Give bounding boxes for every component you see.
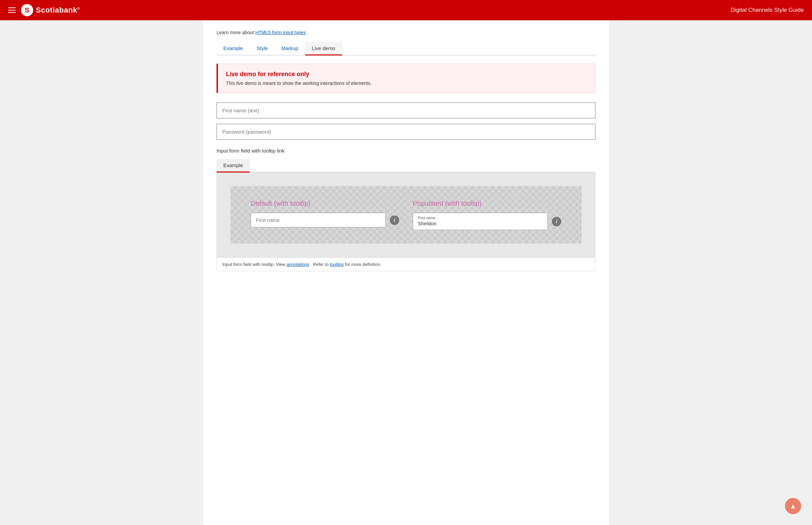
alert-banner: Live demo for reference only This live d…	[216, 64, 596, 93]
password-input[interactable]	[216, 124, 596, 140]
demo-first-name-input[interactable]	[251, 213, 386, 227]
tab-live-demo[interactable]: Live demo	[305, 42, 342, 56]
site-header: S Scotiabank® Digital Channels Style Gui…	[0, 0, 812, 20]
demo-populated-input-wrapper: First name Sheldon i	[413, 213, 561, 230]
menu-button[interactable]	[8, 7, 16, 13]
bottom-tabs: Example	[216, 159, 596, 172]
first-name-input[interactable]	[216, 103, 596, 118]
panel-footer: Input form field with tooltip. View anno…	[216, 257, 596, 271]
content-area: Learn more about HTML5 form input types …	[203, 20, 609, 525]
alert-text: This live demo is meant to show the work…	[226, 80, 587, 86]
demo-area: Default (with tooltip) i Populated (with…	[230, 186, 582, 243]
tab-style[interactable]: Style	[250, 42, 274, 56]
logo: S Scotiabank®	[21, 4, 80, 16]
tooltip-icon-default[interactable]: i	[390, 215, 399, 225]
section-label: Input form field with tooltip link	[216, 148, 596, 153]
demo-col-populated: Populated (with tooltip) First name Shel…	[413, 199, 561, 230]
brand-name: Scotiabank®	[36, 6, 80, 15]
tab-example-2[interactable]: Example	[216, 159, 250, 172]
tab-example[interactable]: Example	[216, 42, 250, 56]
demo-default-input-wrapper: i	[251, 213, 399, 227]
logo-icon: S	[21, 4, 33, 16]
demo-default-label: Default (with tooltip)	[251, 199, 311, 207]
demo-col-default: Default (with tooltip) i	[251, 199, 399, 227]
html5-link[interactable]: HTML5 form input types	[255, 30, 305, 35]
populated-field-value: Sheldon	[418, 221, 543, 226]
alert-title: Live demo for reference only	[226, 71, 587, 78]
demo-populated-field[interactable]: First name Sheldon	[413, 213, 548, 230]
tooltip-icon-populated[interactable]: i	[552, 217, 561, 226]
tab-markup[interactable]: Markup	[275, 42, 305, 56]
back-to-top-button[interactable]: ▲	[785, 498, 801, 514]
header-title: Digital Channels Style Guide	[731, 7, 804, 14]
populated-field-label: First name	[418, 216, 543, 220]
learn-more-text: Learn more about HTML5 form input types …	[216, 30, 596, 35]
demo-populated-label: Populated (with tooltip)	[413, 199, 481, 207]
example-panel: Default (with tooltip) i Populated (with…	[216, 172, 596, 257]
tooltips-link[interactable]: tooltips	[330, 262, 344, 267]
top-tabs: Example Style Markup Live demo	[216, 42, 596, 56]
annotations-link[interactable]: annotations	[287, 262, 309, 267]
